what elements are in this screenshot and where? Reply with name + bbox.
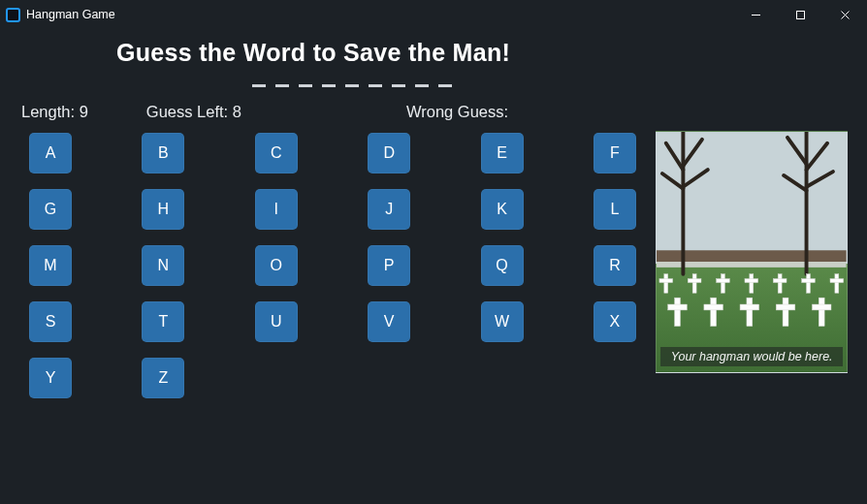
svg-rect-25 — [774, 279, 787, 283]
word-slot — [322, 84, 336, 87]
svg-rect-18 — [693, 274, 697, 294]
letter-d-button[interactable]: D — [368, 133, 410, 173]
svg-rect-28 — [835, 274, 839, 294]
svg-line-10 — [684, 170, 708, 187]
letter-r-button[interactable]: R — [594, 245, 636, 286]
word-slot — [345, 84, 359, 87]
svg-rect-26 — [807, 274, 811, 294]
svg-rect-17 — [659, 279, 673, 283]
svg-line-15 — [807, 172, 833, 187]
length-label: Length: 9 — [21, 103, 88, 121]
word-slot — [369, 84, 382, 87]
letter-y-button[interactable]: Y — [29, 358, 72, 398]
word-slot — [275, 84, 289, 87]
hangman-caption: Your hangman would be here. — [660, 347, 843, 366]
title-bar: Hangman Game — [0, 0, 867, 29]
guess-left-label: Guess Left: 8 — [146, 103, 241, 121]
app-icon — [6, 8, 20, 22]
word-slot — [438, 84, 452, 87]
svg-rect-31 — [668, 304, 688, 310]
word-slot — [299, 84, 312, 87]
letter-k-button[interactable]: K — [481, 189, 524, 230]
status-row: Length: 9 Guess Left: 8 Wrong Guess: — [19, 103, 848, 131]
letter-n-button[interactable]: N — [142, 245, 184, 286]
svg-rect-23 — [745, 279, 758, 283]
svg-rect-38 — [819, 298, 825, 326]
letter-l-button[interactable]: L — [594, 189, 636, 230]
svg-rect-29 — [830, 279, 844, 283]
letter-f-button[interactable]: F — [594, 133, 636, 173]
hangman-image: Your hangman would be here. — [656, 131, 848, 373]
svg-rect-30 — [675, 298, 681, 326]
svg-rect-32 — [711, 298, 717, 326]
letter-q-button[interactable]: Q — [481, 245, 524, 286]
letter-o-button[interactable]: O — [255, 245, 298, 286]
letter-m-button[interactable]: M — [29, 245, 72, 286]
window-title: Hangman Game — [26, 8, 115, 21]
letter-t-button[interactable]: T — [142, 301, 184, 342]
svg-line-14 — [784, 175, 806, 191]
page-title: Guess the Word to Save the Man! — [116, 39, 848, 67]
svg-line-13 — [807, 143, 828, 170]
word-slot — [415, 84, 429, 87]
svg-rect-16 — [664, 274, 668, 294]
letter-u-button[interactable]: U — [255, 301, 298, 342]
wrong-guess-label: Wrong Guess: — [406, 103, 508, 121]
letter-j-button[interactable]: J — [368, 189, 410, 230]
minimize-button[interactable] — [733, 0, 778, 29]
letter-w-button[interactable]: W — [481, 301, 524, 342]
svg-rect-21 — [717, 279, 730, 283]
svg-rect-37 — [777, 304, 796, 310]
svg-line-9 — [662, 173, 684, 189]
maximize-button[interactable] — [778, 0, 822, 29]
svg-rect-34 — [747, 298, 753, 326]
svg-line-7 — [666, 143, 684, 170]
letter-z-button[interactable]: Z — [142, 358, 184, 398]
word-slot — [252, 84, 266, 87]
word-slots — [252, 84, 848, 87]
svg-rect-20 — [722, 274, 725, 294]
letter-s-button[interactable]: S — [29, 301, 72, 342]
letter-b-button[interactable]: B — [142, 133, 184, 173]
letter-e-button[interactable]: E — [481, 133, 524, 173]
svg-line-12 — [787, 138, 807, 164]
svg-rect-27 — [802, 279, 816, 283]
letter-i-button[interactable]: I — [255, 189, 298, 230]
letter-x-button[interactable]: X — [594, 301, 636, 342]
letter-c-button[interactable]: C — [255, 133, 298, 173]
letter-a-button[interactable]: A — [29, 133, 72, 173]
letter-g-button[interactable]: G — [29, 189, 72, 230]
svg-rect-33 — [704, 304, 723, 310]
svg-rect-1 — [796, 11, 804, 18]
letter-grid: ABCDEFGHIJKLMNOPQRSTUVWXYZ — [19, 131, 642, 398]
letter-h-button[interactable]: H — [142, 189, 184, 230]
svg-rect-19 — [689, 279, 702, 283]
letter-p-button[interactable]: P — [368, 245, 410, 286]
svg-rect-22 — [750, 274, 754, 294]
close-button[interactable] — [822, 0, 867, 29]
svg-rect-39 — [813, 304, 832, 310]
svg-rect-36 — [783, 298, 788, 326]
svg-rect-35 — [740, 304, 759, 310]
svg-line-8 — [684, 140, 703, 166]
word-slot — [392, 84, 405, 87]
svg-rect-24 — [779, 274, 783, 294]
letter-v-button[interactable]: V — [368, 301, 410, 342]
